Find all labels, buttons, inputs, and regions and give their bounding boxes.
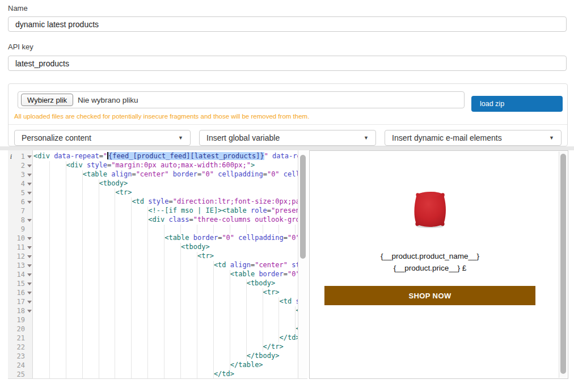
- gutter-row[interactable]: 9: [8, 225, 32, 234]
- code-line[interactable]: <td style="padding:10px;">: [33, 297, 298, 306]
- gutter-row[interactable]: 3: [8, 170, 32, 179]
- indent-guides: [33, 225, 296, 234]
- gutter-row[interactable]: 10: [8, 234, 32, 243]
- fold-arrow-icon[interactable]: [25, 261, 32, 270]
- code-token: <tbody>: [247, 279, 276, 287]
- code-line[interactable]: </tr>: [33, 343, 298, 352]
- gutter-row[interactable]: 21: [8, 334, 32, 343]
- fold-arrow-icon[interactable]: [25, 306, 32, 315]
- insert-dynamic-email-elements-select[interactable]: Insert dynamic e-mail elements ▼: [385, 130, 562, 146]
- fold-arrow-icon[interactable]: [25, 270, 32, 279]
- code-line[interactable]: <tbody>: [33, 243, 298, 252]
- line-number: 5: [14, 189, 25, 197]
- code-line[interactable]: <table border="0" cellpadding="0" cellsp…: [33, 234, 298, 243]
- code-line[interactable]: <tbody>: [33, 279, 298, 288]
- gutter-row[interactable]: 4: [8, 179, 32, 188]
- fold-slot: [25, 225, 32, 234]
- preview-scrollbar[interactable]: [559, 151, 567, 378]
- code-line[interactable]: <table border="0" cellpadding="0">: [33, 270, 298, 279]
- api-key-input[interactable]: latest_products: [8, 56, 567, 71]
- insert-dynamic-email-elements-label: Insert dynamic e-mail elements: [392, 133, 502, 142]
- fold-arrow-icon[interactable]: [25, 243, 32, 252]
- gutter-row[interactable]: 24: [8, 361, 32, 370]
- code-line[interactable]: </table>: [33, 361, 298, 370]
- panel-divider: [9, 124, 567, 125]
- code-line[interactable]: [33, 225, 298, 234]
- fold-arrow-icon[interactable]: [25, 252, 32, 261]
- line-number: 19: [14, 316, 25, 324]
- gutter-row[interactable]: 7: [8, 206, 32, 216]
- gutter-row[interactable]: 12: [8, 252, 32, 261]
- indent-guides: [33, 161, 66, 170]
- code-line[interactable]: <img src="#"/>: [33, 315, 298, 324]
- fold-arrow-icon[interactable]: [25, 188, 32, 197]
- code-line[interactable]: <td style="direction:ltr;font-size:0px;p…: [33, 197, 298, 206]
- code-line[interactable]: <tbody>: [33, 179, 298, 188]
- gutter-row[interactable]: 17: [8, 297, 32, 306]
- code-line[interactable]: <div style="margin:0px auto;max-width:60…: [33, 161, 298, 170]
- fold-arrow-icon[interactable]: [25, 216, 32, 225]
- code-token: =: [263, 170, 267, 178]
- code-line[interactable]: </a>: [33, 324, 298, 334]
- shop-now-button[interactable]: SHOP NOW: [324, 286, 535, 305]
- indent-guides: [33, 197, 132, 206]
- code-line[interactable]: </td>: [33, 370, 298, 379]
- gutter-row[interactable]: 22: [8, 343, 32, 352]
- fold-arrow-icon[interactable]: [25, 197, 32, 206]
- fold-slot: [25, 324, 32, 334]
- editor-scrollbar[interactable]: [298, 150, 307, 378]
- code-line[interactable]: <a href="#">: [33, 306, 298, 315]
- fold-arrow-icon[interactable]: [25, 288, 32, 297]
- gutter-row[interactable]: 20: [8, 324, 32, 334]
- code-line[interactable]: <div data-repeat="{feed_[product_feed][l…: [33, 152, 298, 161]
- gutter-row[interactable]: 18: [8, 306, 32, 315]
- fold-arrow-icon[interactable]: [25, 170, 32, 179]
- code-line[interactable]: </tbody>: [33, 352, 298, 361]
- personalize-content-select[interactable]: Personalize content ▼: [14, 130, 191, 146]
- editor-scrollbar-thumb[interactable]: [300, 155, 306, 259]
- code-token: style: [292, 261, 298, 269]
- name-input[interactable]: dynamic latest products: [8, 16, 567, 32]
- code-editor[interactable]: i123456789101112131415161718192021222324…: [8, 150, 307, 379]
- fold-arrow-icon[interactable]: [25, 161, 32, 170]
- code-token: >: [251, 161, 255, 169]
- gutter-row[interactable]: 25: [8, 370, 32, 379]
- gutter-row[interactable]: 8: [8, 216, 32, 225]
- fold-slot: [25, 352, 32, 361]
- code-line[interactable]: </td>: [33, 334, 298, 343]
- load-zip-button[interactable]: load zip: [471, 96, 563, 112]
- gutter-row[interactable]: i1: [8, 152, 32, 161]
- editor-code-area[interactable]: <div data-repeat="{feed_[product_feed][l…: [33, 150, 298, 379]
- code-line[interactable]: <td align="center" style="vertical-align…: [33, 261, 298, 270]
- gutter-row[interactable]: 13: [8, 261, 32, 270]
- gutter-row[interactable]: 2: [8, 161, 32, 170]
- code-line[interactable]: <div class="three-columns outlook-group-…: [33, 216, 298, 225]
- fold-arrow-icon[interactable]: [25, 152, 32, 161]
- fold-arrow-icon[interactable]: [25, 234, 32, 243]
- gutter-row[interactable]: 11: [8, 243, 32, 252]
- line-number: 25: [14, 370, 25, 378]
- insert-global-variable-select[interactable]: Insert global variable ▼: [199, 130, 376, 146]
- code-line[interactable]: <tr>: [33, 188, 298, 197]
- gutter-row[interactable]: 14: [8, 270, 32, 279]
- indent-guides: [33, 306, 296, 315]
- gutter-row[interactable]: 16: [8, 288, 32, 297]
- gutter-row[interactable]: 23: [8, 352, 32, 361]
- choose-file-button[interactable]: Wybierz plik: [21, 94, 73, 106]
- code-token: =: [99, 152, 103, 160]
- code-line[interactable]: <tr>: [33, 252, 298, 261]
- gutter-row[interactable]: 6: [8, 197, 32, 206]
- code-token: [280, 170, 284, 178]
- preview-scrollbar-thumb[interactable]: [560, 154, 566, 374]
- code-line[interactable]: <table align="center" border="0" cellpad…: [33, 170, 298, 179]
- fold-arrow-icon[interactable]: [25, 179, 32, 188]
- code-line[interactable]: <tr>: [33, 288, 298, 297]
- code-line[interactable]: <!--[if mso | IE]><table role="presentat…: [33, 206, 298, 216]
- file-input[interactable]: Wybierz plik Nie wybrano pliku: [18, 91, 465, 108]
- gutter-row[interactable]: 15: [8, 279, 32, 288]
- email-preview-pane: {__product.product_name__} {__product.pr…: [309, 150, 568, 379]
- gutter-row[interactable]: 5: [8, 188, 32, 197]
- gutter-row[interactable]: 19: [8, 315, 32, 324]
- fold-arrow-icon[interactable]: [25, 297, 32, 306]
- fold-arrow-icon[interactable]: [25, 279, 32, 288]
